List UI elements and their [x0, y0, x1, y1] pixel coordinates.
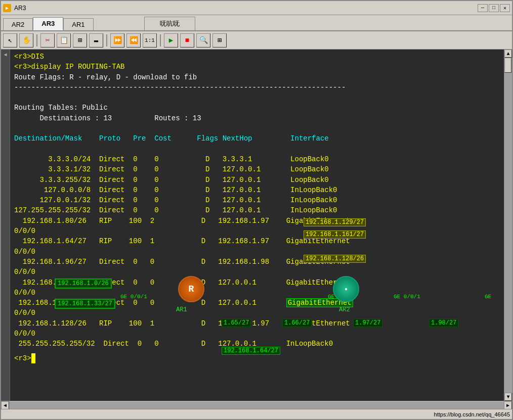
terminal-line-2: <r3>display IP ROUTING-TAB: [14, 62, 500, 72]
terminal-line-24: 192.168.1.127/32 Direct 0 0 D 127.0.0.1 …: [14, 298, 500, 308]
cursor-tool-button[interactable]: ↖: [3, 33, 17, 48]
terminal-line-header: Destination/Mask Proto Pre Cost Flags Ne…: [14, 133, 500, 144]
maximize-button[interactable]: □: [489, 4, 499, 12]
terminal-line-28: 255.255.255.255/32 Direct 0 0 D 127.0.0.…: [14, 339, 500, 349]
vertical-scrollbar: ▲ ▼: [504, 50, 512, 401]
tab-title: 呒吭呒: [144, 17, 195, 30]
paste-button[interactable]: 📋: [57, 33, 71, 48]
terminal-line-14: 127.0.0.1/32 Direct 0 0 D 127.0.0.1 InLo…: [14, 195, 500, 205]
terminal-line-13: 127.0.0.0/8 Direct 0 0 D 127.0.0.1 InLoo…: [14, 185, 500, 195]
terminal-line-8: [14, 123, 500, 133]
title-bar: ▶ AR3 — □ ✕: [1, 1, 512, 15]
hscrollbar-left-button[interactable]: ◀: [1, 401, 9, 409]
terminal[interactable]: <r3>DIS <r3>display IP ROUTING-TAB Route…: [10, 50, 504, 401]
terminal-line-23: 0/0/0: [14, 288, 500, 298]
minimize-button[interactable]: —: [478, 4, 488, 12]
main-window: ▶ AR3 — □ ✕ AR2 AR3 AR1 呒吭呒 ↖ ✋ ✂ 📋 ⊞ ▬ …: [0, 0, 513, 420]
route-forward-button[interactable]: ⏩: [110, 33, 124, 48]
play-button[interactable]: ▶: [164, 33, 178, 48]
left-arrow-up[interactable]: ◀: [4, 52, 7, 58]
view-button[interactable]: 🔍: [196, 33, 210, 48]
stop-button[interactable]: ■: [180, 33, 194, 48]
left-panel: ◀: [1, 50, 10, 401]
tab-bar: AR2 AR3 AR1 呒吭呒: [1, 15, 512, 31]
terminal-prompt: <r3>: [14, 353, 500, 363]
terminal-line-12: 3.3.3.255/32 Direct 0 0 D 127.0.0.1 Loop…: [14, 175, 500, 185]
terminal-line-1: <r3>DIS: [14, 52, 500, 62]
horizontal-scrollbar: ◀ ▶: [1, 401, 512, 409]
terminal-line-3: Route Flags: R - relay, D - download to …: [14, 72, 500, 82]
window-controls: — □ ✕: [478, 4, 510, 12]
terminal-line-7: Destinations : 13 Routes : 13: [14, 113, 500, 123]
terminal-line-26: 192.168.1.128/26 RIP 100 1 D 192.168.1.9…: [14, 318, 500, 329]
route-back-button[interactable]: ⏪: [126, 33, 141, 48]
terminal-line-5: [14, 92, 500, 103]
terminal-line-20: 192.168.1.96/27 Direct 0 0 D 192.168.1.9…: [14, 257, 500, 267]
terminal-line-16: 192.168.1.80/26 RIP 100 2 D 192.168.1.97…: [14, 216, 500, 226]
scrollbar-track: [504, 58, 512, 393]
terminal-line-15: 127.255.255.255/32 Direct 0 0 D 127.0.0.…: [14, 205, 500, 215]
toolbar-separator-3: [160, 34, 161, 46]
terminal-line-4: ----------------------------------------…: [14, 82, 500, 92]
terminal-line-17: 0/0/0: [14, 226, 500, 236]
tab-ar2[interactable]: AR2: [3, 18, 33, 30]
terminal-line-6: Routing Tables: Public: [14, 103, 500, 113]
status-url: https://blog.csdn.net/qq_46645: [434, 411, 510, 417]
zoom-reset-button[interactable]: 1:1: [143, 33, 157, 48]
grid-button[interactable]: ⊞: [212, 33, 227, 48]
app-icon: ▶: [3, 4, 11, 12]
toolbar-separator-2: [106, 34, 107, 46]
hand-tool-button[interactable]: ✋: [19, 33, 33, 48]
status-bar: https://blog.csdn.net/qq_46645: [1, 409, 512, 419]
tab-ar3[interactable]: AR3: [33, 17, 63, 30]
monitor-button[interactable]: ▬: [89, 33, 103, 48]
terminal-line-25: 0/0/0: [14, 308, 500, 318]
close-button[interactable]: ✕: [500, 4, 510, 12]
terminal-line-9: [14, 144, 500, 154]
terminal-line-19: 0/0/0: [14, 247, 500, 257]
content-area: ◀ <r3>DIS <r3>display IP ROUTING-TAB Rou…: [1, 50, 512, 401]
window-title: AR3: [14, 5, 26, 12]
toolbar-separator-1: [36, 34, 37, 46]
terminal-line-10: 3.3.3.0/24 Direct 0 0 D 3.3.3.1 LoopBack…: [14, 154, 500, 164]
cut-button[interactable]: ✂: [40, 33, 55, 48]
terminal-line-22: 192.168.1.98/32 Direct 0 0 D 127.0.0.1 G…: [14, 277, 500, 288]
scrollbar-down-button[interactable]: ▼: [504, 393, 512, 401]
terminal-line-21: 0/0/0: [14, 267, 500, 277]
title-bar-left: ▶ AR3: [3, 4, 26, 12]
tab-ar1[interactable]: AR1: [63, 18, 93, 30]
hscrollbar-track: [9, 402, 504, 409]
terminal-line-11: 3.3.3.1/32 Direct 0 0 D 127.0.0.1 LoopBa…: [14, 164, 500, 174]
terminal-line-27: 0/0/0: [14, 329, 500, 339]
toolbar: ↖ ✋ ✂ 📋 ⊞ ▬ ⏩ ⏪ 1:1 ▶ ■ 🔍 ⊞: [1, 31, 512, 50]
scrollbar-thumb[interactable]: [504, 58, 511, 73]
console-button[interactable]: ⊞: [73, 33, 87, 48]
terminal-line-18: 192.168.1.64/27 RIP 100 1 D 192.168.1.97…: [14, 236, 500, 246]
hscrollbar-right-button[interactable]: ▶: [504, 401, 512, 409]
scrollbar-up-button[interactable]: ▲: [504, 50, 512, 58]
